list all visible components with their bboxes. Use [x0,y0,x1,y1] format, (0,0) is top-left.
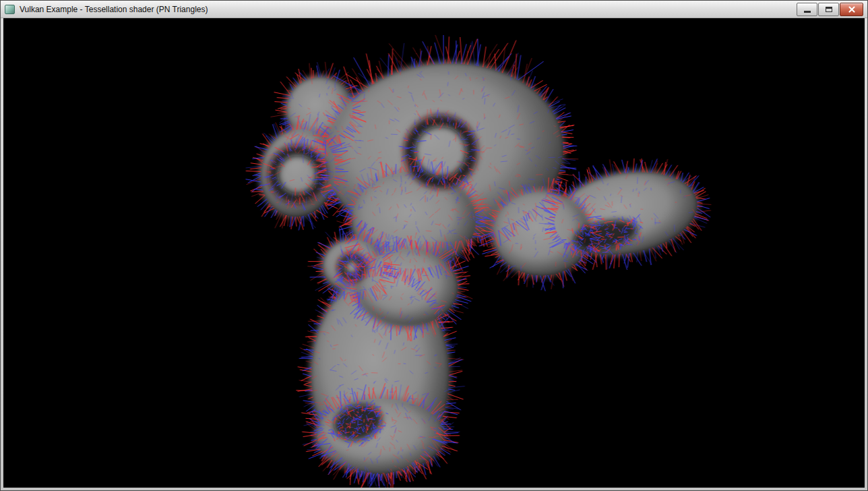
window-controls [797,3,863,16]
maximize-button[interactable] [818,3,839,16]
close-button[interactable] [840,3,863,16]
minimize-icon [804,11,811,13]
window-title: Vulkan Example - Tessellation shader (PN… [20,5,208,14]
titlebar[interactable]: Vulkan Example - Tessellation shader (PN… [1,1,867,18]
render-viewport[interactable] [3,18,865,488]
minimize-button[interactable] [797,3,817,16]
window-icon[interactable] [5,5,15,14]
rendered-model [3,18,865,488]
maximize-icon [826,7,832,12]
close-icon [848,5,856,13]
app-window: Vulkan Example - Tessellation shader (PN… [0,0,868,491]
